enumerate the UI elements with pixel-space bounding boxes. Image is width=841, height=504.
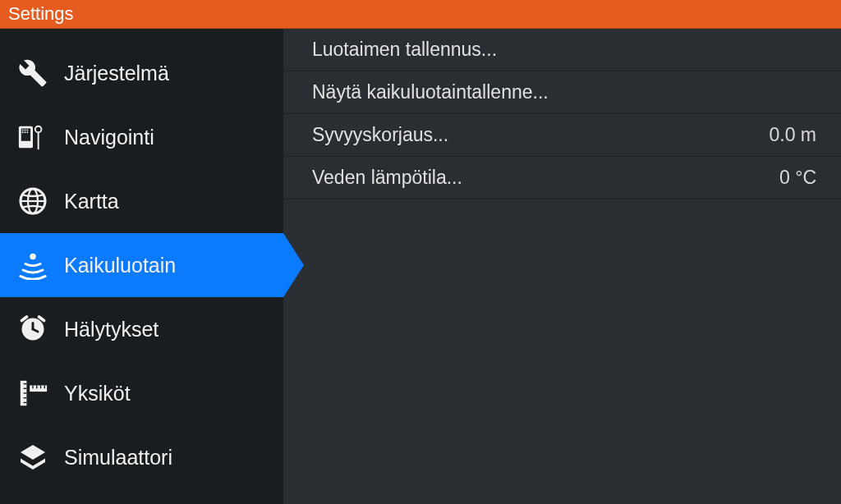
svg-point-2	[22, 130, 24, 131]
sidebar-item-navigointi[interactable]: Navigointi	[0, 105, 283, 169]
svg-point-8	[35, 126, 42, 133]
sidebar-item-label: Simulaattori	[64, 446, 172, 470]
sidebar-item-simulaattori[interactable]: Simulaattori	[0, 425, 283, 489]
ruler-icon	[16, 377, 49, 410]
svg-point-3	[25, 130, 26, 131]
sidebar-item-halytykset[interactable]: Hälytykset	[0, 297, 283, 361]
sidebar-item-label: Järjestelmä	[64, 62, 169, 85]
svg-point-4	[26, 130, 28, 131]
main-container: Järjestelmä Navigointi	[0, 29, 841, 504]
wrench-icon	[16, 57, 49, 89]
layers-icon	[16, 441, 49, 474]
sonar-icon	[16, 249, 49, 282]
sidebar-item-label: Hälytykset	[64, 318, 159, 341]
sidebar-item-kartta[interactable]: Kartta	[0, 169, 283, 233]
content-item-syvyyskorjaus[interactable]: Syvyyskorjaus... 0.0 m	[283, 114, 841, 157]
content-item-label: Luotaimen tallennus...	[312, 39, 497, 61]
svg-line-18	[39, 317, 44, 321]
sidebar: Järjestelmä Navigointi	[0, 29, 283, 504]
sidebar-item-label: Yksiköt	[64, 382, 131, 405]
svg-point-5	[22, 131, 24, 133]
sidebar-item-kaikuluotain[interactable]: Kaikuluotain	[0, 233, 283, 297]
sidebar-item-label: Kaikuluotain	[64, 254, 176, 277]
sidebar-item-label: Kartta	[64, 190, 119, 213]
content-item-value: 0 °C	[779, 167, 816, 189]
alarm-icon	[16, 313, 49, 346]
svg-line-17	[22, 317, 27, 321]
content-item-label: Veden lämpötila...	[312, 167, 462, 189]
sidebar-item-yksikot[interactable]: Yksiköt	[0, 361, 283, 425]
content-item-label: Syvyyskorjaus...	[312, 124, 448, 146]
content-item-nayta-tallenne[interactable]: Näytä kaikuluotaintallenne...	[283, 71, 841, 114]
content-item-luotaimen-tallennus[interactable]: Luotaimen tallennus...	[283, 29, 841, 71]
navaid-icon	[16, 121, 49, 153]
content-item-label: Näytä kaikuluotaintallenne...	[312, 81, 549, 103]
svg-point-13	[30, 254, 36, 260]
sidebar-item-label: Navigointi	[64, 126, 154, 149]
content-panel: Luotaimen tallennus... Näytä kaikuluotai…	[283, 29, 841, 504]
sidebar-item-jarjestelma[interactable]: Järjestelmä	[0, 41, 283, 105]
globe-icon	[16, 185, 49, 218]
svg-point-6	[25, 131, 26, 133]
header-title: Settings	[8, 3, 74, 25]
svg-point-7	[26, 131, 28, 133]
content-item-veden-lampotila[interactable]: Veden lämpötila... 0 °C	[283, 157, 841, 199]
settings-header: Settings	[0, 0, 841, 29]
content-item-value: 0.0 m	[769, 124, 816, 146]
